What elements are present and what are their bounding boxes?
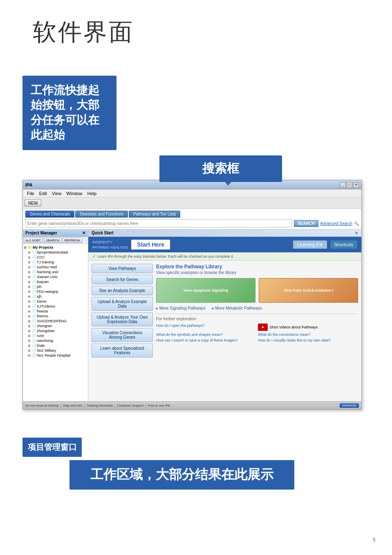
search-input[interactable]: [25, 219, 292, 227]
tab-genes-chemicals[interactable]: Genes and Chemicals: [25, 211, 74, 218]
apoptosis-pathway-thumb[interactable]: View Apoptosis Signaling: [156, 278, 255, 303]
status-sep-1: |: [60, 404, 61, 408]
panel-header: Project Manager ✕: [23, 229, 88, 237]
status-bar: Do not show at Startup | Help and Info |…: [23, 401, 361, 409]
window-controls: _ □ ✕: [340, 182, 359, 188]
quick-start-close-icon[interactable]: ✕: [355, 231, 358, 235]
view-pathways-button[interactable]: View Pathways: [92, 264, 153, 273]
list-item[interactable]: ⊞📄 xuzhou med: [23, 265, 88, 270]
status-howto[interactable]: How to use IPA: [148, 404, 170, 407]
search-genes-button[interactable]: Search for Genes: [92, 275, 153, 284]
menu-bar: File Edit View Window Help: [23, 189, 361, 198]
list-item[interactable]: ⊞📄 sjh: [23, 294, 88, 299]
more-signaling-link[interactable]: More Signaling Pathways: [156, 306, 206, 310]
start-here-button[interactable]: Start Here: [131, 240, 170, 249]
search-annotation-arrow: [221, 177, 235, 186]
tutorial-note: ✓ Learn IPA through the easy tutorials b…: [88, 252, 361, 261]
manage-button[interactable]: MANAGE: [340, 403, 359, 408]
list-item[interactable]: ⊞📄 Demo: [23, 299, 88, 304]
minimize-btn[interactable]: _: [340, 182, 346, 188]
toolbar: NEW: [23, 198, 361, 209]
exploration-grid: How do I open the pathways? ▶ Short Vide…: [156, 324, 358, 342]
qs-left-panel: View Pathways Search for Genes See an An…: [92, 264, 153, 357]
tab-diseases-functions[interactable]: Diseases and Functions: [75, 211, 128, 218]
panel-title: Project Manager: [25, 231, 57, 235]
list-item[interactable]: ⊞📄 runn: [23, 333, 88, 338]
list-item[interactable]: ⊞📄 liuquan: [23, 279, 88, 284]
menu-file[interactable]: File: [25, 191, 37, 196]
quick-start-title: Quick Start: [92, 231, 113, 235]
more-metabolic-link[interactable]: More Metabolic Pathways: [212, 306, 262, 310]
list-item[interactable]: ⊞📄 thermo: [23, 314, 88, 319]
ipa-window: IPA _ □ ✕ File Edit View Window Help NEW…: [22, 180, 362, 410]
project-manager-annotation: 项目管理窗口: [22, 438, 82, 457]
upload-analyze-example-button[interactable]: Upload & Analyze Example Data: [92, 297, 153, 311]
status-support[interactable]: Customer Support: [117, 404, 143, 407]
upload-analyze-own-button[interactable]: Upload & Analyze Your Own Expression Dat…: [92, 312, 153, 326]
fatty-acid-pathway-thumb[interactable]: View Fatty Acid β-oxidation I: [259, 278, 358, 303]
list-item[interactable]: ⊞📄 Nantong univ: [23, 270, 88, 274]
short-videos-item[interactable]: ▶ Short Videos about Pathways: [258, 324, 358, 331]
ingenuity-logo: INGENUITY PATHWAY ANALYSIS: [92, 239, 128, 250]
visually-relate-link[interactable]: How do I visually relate this to my own …: [258, 338, 358, 342]
list-item[interactable]: ⊞📄 freesia: [23, 309, 88, 314]
menu-help[interactable]: Help: [85, 191, 99, 196]
open-pathways-link[interactable]: How do I open the pathways?: [156, 324, 256, 331]
close-btn[interactable]: ✕: [353, 182, 359, 188]
panel-toolbar: A-Z SORT SEARCH REFRESH: [23, 237, 88, 244]
search-row: SEARCH Advanced Search 🔍: [25, 219, 359, 227]
shortcuts-button[interactable]: Shortcuts: [330, 240, 357, 249]
advanced-search-link[interactable]: Advanced Search: [320, 221, 352, 226]
list-item[interactable]: ⊞📄 jsh: [23, 284, 88, 289]
list-item[interactable]: ⊞📄 bproproteomicstast: [23, 250, 88, 255]
refresh-button[interactable]: REFRESH: [63, 238, 82, 243]
quick-start-panel: Quick Start ✕ INGENUITY PATHWAY ANALYSIS…: [88, 229, 361, 401]
visualize-connections-button[interactable]: Visualize Connections Among Genes: [92, 328, 153, 342]
list-item[interactable]: ⊞📄 SJTUdemo: [23, 304, 88, 309]
page-number: 5: [373, 537, 376, 543]
ingenuity-area: INGENUITY PATHWAY ANALYSIS Start Here Le…: [88, 237, 361, 252]
list-item[interactable]: ⊞📄 No2 Military: [23, 348, 88, 353]
list-item[interactable]: ⊞📄 zhongshan: [23, 328, 88, 333]
qs-content: View Pathways Search for Genes See an An…: [88, 261, 361, 361]
menu-edit[interactable]: Edit: [37, 191, 49, 196]
pathway-thumbs-row: View Apoptosis Signaling View Fatty Acid…: [156, 278, 358, 303]
advanced-search-icon: 🔍: [354, 221, 359, 226]
tree-root[interactable]: ⊟ 📁 My Projects: [23, 245, 88, 250]
status-startup[interactable]: Do not show at Startup: [25, 404, 58, 407]
search-button[interactable]: SEARCH: [294, 220, 318, 227]
az-sort-button[interactable]: A-Z SORT: [24, 238, 43, 243]
learning-ipa-button[interactable]: Learning IFA: [293, 240, 327, 249]
list-item[interactable]: ⊞📄 Xiamen Univ: [23, 274, 88, 279]
list-item[interactable]: ⊞📄 No1 People Hospital: [23, 353, 88, 358]
list-item[interactable]: ⊞📄 FDU-wangcp: [23, 289, 88, 294]
list-item[interactable]: ⊞📄 CCC: [23, 255, 88, 260]
search-projects-button[interactable]: SEARCH: [44, 238, 61, 243]
list-item[interactable]: ⊞📄 TJ training: [23, 260, 88, 265]
list-item[interactable]: ⊞📄 nanchong: [23, 338, 88, 343]
export-save-link[interactable]: How can I export or save a copy of these…: [156, 338, 256, 342]
menu-window[interactable]: Window: [64, 191, 85, 196]
project-panel: Project Manager ✕ A-Z SORT SEARCH REFRES…: [23, 229, 88, 401]
analysis-example-button[interactable]: See an Analysis Example: [92, 286, 153, 295]
workflow-annotation-arrow: [76, 127, 85, 142]
tree-area: ⊟ 📁 My Projects ⊞📄 bproproteomicstast ⊞📄…: [23, 244, 88, 401]
panel-close-icon[interactable]: ✕: [82, 231, 85, 235]
menu-view[interactable]: View: [49, 191, 64, 196]
list-item[interactable]: ⊞📄 XIAOZHESIFENG: [23, 319, 88, 324]
symbols-shapes-link[interactable]: What do the symbols and shapes mean?: [156, 333, 256, 337]
qs-right-panel: Explore the Pathway Library View specifi…: [156, 264, 358, 357]
learn-specialized-button[interactable]: Learn about Specialized Features: [92, 344, 153, 357]
further-exploration-title: For further exploration: [156, 317, 358, 321]
workflow-annotation-box: 工作流快捷起始按钮，大部分任务可以在此起始: [22, 76, 116, 150]
main-area: Project Manager ✕ A-Z SORT SEARCH REFRES…: [23, 229, 361, 401]
status-training[interactable]: Training Schedule: [87, 404, 113, 407]
list-item[interactable]: ⊞📄 zhongren: [23, 324, 88, 328]
maximize-btn[interactable]: □: [347, 182, 352, 188]
tab-pathways-tox[interactable]: Pathways and Tox Lists: [129, 211, 180, 218]
status-help[interactable]: Help and Info: [63, 404, 83, 407]
exploration-section: For further exploration How do I open th…: [156, 314, 358, 342]
list-item[interactable]: ⊞📄 linda: [23, 343, 88, 348]
new-button[interactable]: NEW: [25, 200, 41, 207]
connections-mean-link[interactable]: What do the connections mean?: [258, 333, 358, 337]
